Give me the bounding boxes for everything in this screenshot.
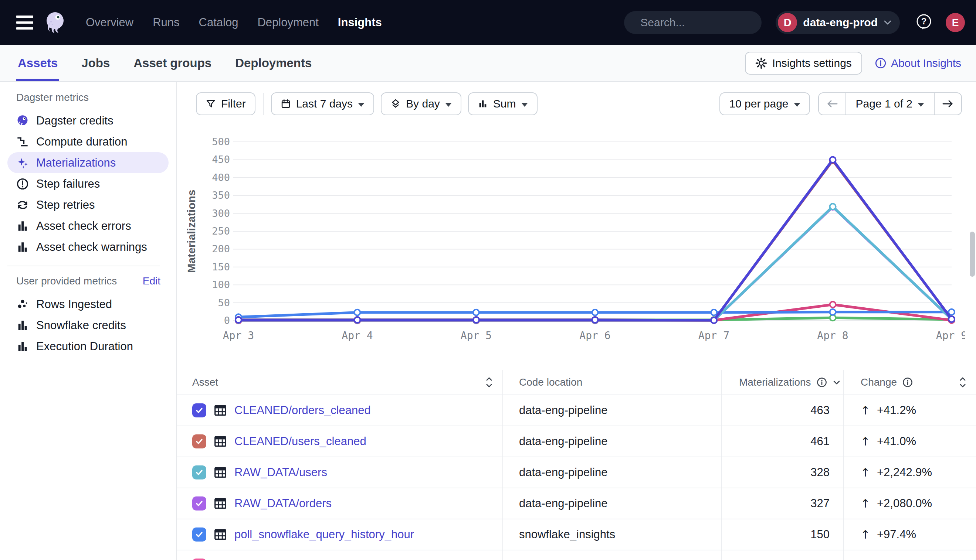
layers-icon: [390, 98, 401, 109]
data-point-marker: [473, 317, 479, 323]
sidebar-item-step-retries[interactable]: Step retries: [7, 194, 169, 215]
asset-link[interactable]: CLEANED/users_cleaned: [234, 435, 366, 448]
arrow-right-icon: [942, 99, 954, 108]
vertical-scrollbar-thumb[interactable]: [970, 232, 975, 277]
page-indicator-dropdown[interactable]: Page 1 of 2: [846, 93, 934, 115]
svg-text:Apr 7: Apr 7: [699, 330, 729, 342]
bar-chart-icon: [16, 340, 29, 353]
svg-text:50: 50: [218, 297, 230, 308]
sidebar-item-compute-duration[interactable]: Compute duration: [7, 131, 169, 152]
row-checkbox[interactable]: [192, 403, 206, 417]
sidebar-item-label: Compute duration: [36, 135, 127, 148]
insights-page: OverviewRunsCatalogDeploymentInsights / …: [0, 0, 976, 560]
prev-page-button[interactable]: [819, 93, 846, 115]
tab-jobs[interactable]: Jobs: [80, 45, 111, 81]
time-range-button[interactable]: Last 7 days: [271, 92, 374, 115]
funnel-icon: [206, 98, 216, 109]
nav-item-overview[interactable]: Overview: [86, 16, 134, 29]
table-row: CLEANED/locations_cleaned data-eng-pipel…: [177, 550, 976, 560]
materializations-cell: 327: [721, 497, 843, 510]
code-location-cell: data-eng-pipeline: [502, 404, 721, 417]
tab-asset-groups[interactable]: Asset groups: [132, 45, 213, 81]
row-checkbox[interactable]: [192, 497, 206, 510]
nav-item-insights[interactable]: Insights: [338, 16, 382, 29]
row-checkbox[interactable]: [192, 465, 206, 480]
nav-item-deployment[interactable]: Deployment: [257, 16, 318, 29]
sidebar-item-rows-ingested[interactable]: Rows Ingested: [7, 294, 169, 315]
insights-settings-label: Insights settings: [772, 57, 852, 70]
row-checkbox[interactable]: [192, 558, 206, 560]
series-line: [239, 160, 952, 320]
pagination-control: Page 1 of 2: [818, 92, 962, 115]
sidebar-item-execution-duration[interactable]: Execution Duration: [7, 336, 169, 357]
org-avatar: D: [778, 13, 797, 32]
sort-desc-icon[interactable]: [832, 380, 841, 385]
dots-icon: [16, 298, 29, 311]
about-insights-link[interactable]: About Insights: [875, 57, 961, 70]
data-point-marker: [354, 317, 361, 323]
asset-link[interactable]: CLEANED/orders_cleaned: [234, 404, 371, 417]
sidebar-item-step-failures[interactable]: Step failures: [7, 173, 169, 194]
sidebar-item-asset-check-warnings[interactable]: Asset check warnings: [7, 237, 169, 257]
filter-button[interactable]: Filter: [196, 92, 256, 115]
tab-assets[interactable]: Assets: [16, 45, 59, 81]
trend-up-icon: ↑: [861, 404, 870, 417]
help-button[interactable]: ?: [915, 13, 933, 32]
caret-down-icon: [521, 103, 528, 107]
table-row: RAW_DATA/orders data-eng-pipeline 327 ↑ …: [177, 488, 976, 518]
insights-subnav: AssetsJobsAsset groupsDeployments Insigh…: [0, 45, 976, 82]
sidebar-item-label: Step retries: [36, 198, 95, 212]
info-icon[interactable]: [902, 377, 913, 388]
dagster-metrics-list: Dagster creditsCompute durationMateriali…: [16, 110, 169, 257]
svg-text:100: 100: [212, 279, 230, 290]
column-header-change: Change: [861, 377, 897, 388]
org-switcher[interactable]: D data-eng-prod: [775, 11, 900, 34]
asset-link[interactable]: RAW_DATA/orders: [234, 497, 332, 510]
sidebar-item-dagster-credits[interactable]: Dagster credits: [7, 110, 169, 131]
table-asset-icon: [214, 497, 227, 510]
materializations-cell: 328: [721, 466, 843, 479]
caret-down-icon: [358, 103, 364, 107]
table-asset-icon: [214, 435, 227, 448]
sidebar-item-snowflake-credits[interactable]: Snowflake credits: [7, 315, 169, 336]
row-checkbox[interactable]: [192, 527, 206, 542]
sidebar-item-materializations[interactable]: Materializations: [7, 152, 169, 173]
svg-text:500: 500: [212, 137, 230, 147]
svg-text:Apr 5: Apr 5: [461, 330, 492, 342]
granularity-button[interactable]: By day: [381, 92, 461, 115]
change-value: +2,080.0%: [877, 497, 932, 510]
row-checkbox[interactable]: [192, 434, 206, 448]
info-icon[interactable]: [816, 377, 827, 388]
edit-metrics-link[interactable]: Edit: [143, 275, 160, 287]
svg-text:Apr 4: Apr 4: [342, 330, 373, 342]
next-page-button[interactable]: [934, 93, 961, 115]
svg-text:350: 350: [212, 190, 230, 201]
sidebar-item-asset-check-errors[interactable]: Asset check errors: [7, 215, 169, 237]
nav-item-catalog[interactable]: Catalog: [199, 16, 239, 29]
asset-link[interactable]: RAW_DATA/users: [234, 466, 327, 479]
search-input[interactable]: [640, 16, 783, 29]
change-cell: ↑ +97.4%: [843, 528, 976, 541]
asset-link[interactable]: poll_snowflake_query_history_hour: [234, 528, 414, 541]
nav-item-runs[interactable]: Runs: [153, 16, 179, 29]
global-search[interactable]: /: [624, 11, 762, 34]
sparkles-icon: [16, 157, 29, 169]
check-icon: [195, 530, 204, 539]
sort-change-icon[interactable]: [959, 377, 966, 388]
insights-settings-button[interactable]: Insights settings: [745, 52, 862, 75]
user-avatar[interactable]: E: [946, 13, 965, 32]
dagster-logo-icon[interactable]: [43, 11, 67, 34]
per-page-button[interactable]: 10 per page: [719, 92, 810, 115]
sidebar-item-label: Execution Duration: [36, 340, 133, 353]
tab-deployments[interactable]: Deployments: [234, 45, 313, 81]
aggregation-button[interactable]: Sum: [468, 92, 538, 115]
column-header-asset: Asset: [192, 377, 218, 388]
data-point-marker: [236, 317, 241, 323]
svg-text:Materializations: Materializations: [185, 190, 197, 273]
change-cell: ↑ +41.0%: [843, 435, 976, 448]
sidebar-item-label: Asset check errors: [36, 219, 131, 233]
hamburger-menu-icon[interactable]: [16, 15, 33, 30]
code-location-cell: data-eng-pipeline: [502, 435, 721, 448]
sort-asset-icon[interactable]: [485, 377, 493, 388]
change-value: +97.4%: [877, 528, 916, 541]
